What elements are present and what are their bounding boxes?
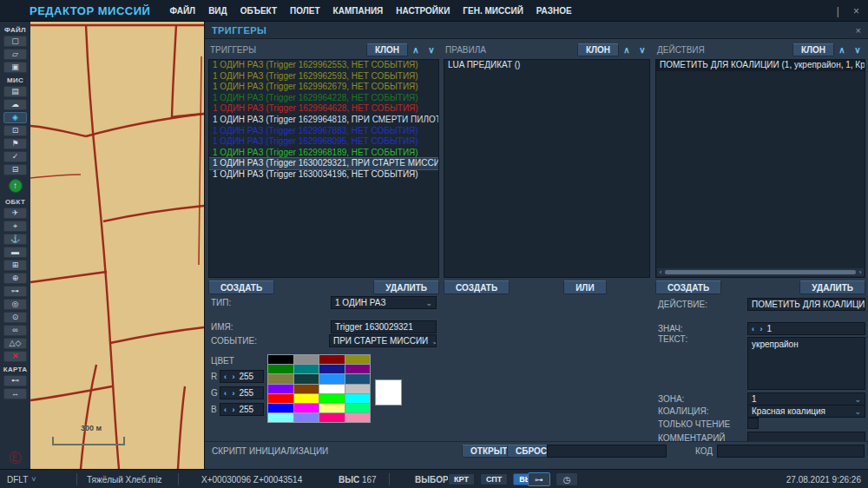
triggers-move-down-icon[interactable]: ∨ [424,45,439,55]
trigger-create-button[interactable]: СОЗДАТЬ [208,280,274,294]
menu-item[interactable]: ПОЛЕТ [290,6,320,16]
color-swatch[interactable] [268,365,293,373]
menu-item[interactable]: ОБЪЕКТ [240,6,277,16]
briefing-icon[interactable]: ▤ [3,86,27,97]
stepper-arrows-icon[interactable]: ‹ › [224,373,237,381]
airplane-icon[interactable]: ✈ [3,208,27,219]
color-swatch[interactable] [345,365,371,373]
color-swatch[interactable] [294,374,319,383]
color-swatch[interactable] [319,404,345,412]
actions-horizontal-scrollbar[interactable]: ‹ › [657,268,864,276]
open-folder-icon[interactable]: ▱ [3,49,27,60]
trigger-list-item[interactable]: 1 ОДИН РАЗ (Trigger 1630034196, НЕТ СОБЫ… [209,169,438,181]
color-swatch[interactable] [319,385,345,393]
actions-list-item[interactable]: ПОМЕТИТЬ ДЛЯ КОАЛИЦИИ (1, укрепрайон, 1,… [656,60,865,71]
blue-stepper[interactable]: ‹ › 255 [220,403,264,416]
rule-or-button[interactable]: ИЛИ [563,280,606,294]
preset-dropdown[interactable]: DFLT ˅ [7,470,36,488]
color-swatch[interactable] [268,394,293,403]
trigger-delete-button[interactable]: УДАЛИТЬ [373,280,439,294]
zone-dropdown[interactable]: 1 ⌄ [747,392,865,406]
point-icon[interactable]: ⊙ [3,312,27,323]
color-swatch[interactable] [345,355,371,364]
color-swatch[interactable] [268,413,293,422]
triggers-clone-button[interactable]: КЛОН [366,43,408,56]
minimize-icon[interactable]: | [837,5,839,17]
ship-icon[interactable]: ⚓ [3,234,27,245]
trigger-list-item[interactable]: 1 ОДИН РАЗ (Trigger 1629964228, НЕТ СОБЫ… [209,93,438,104]
shapes-icon[interactable]: △◇ [3,338,27,349]
action-dropdown[interactable]: ПОМЕТИТЬ ДЛЯ КОАЛИЦИИ ⌄ [747,298,865,311]
menu-item[interactable]: ГЕН. МИССИЙ [463,6,523,16]
action-delete-button[interactable]: УДАЛИТЬ [799,280,865,294]
new-file-icon[interactable]: ▢ [3,36,27,47]
color-swatch[interactable] [345,394,371,403]
trigger-list-item[interactable]: 1 ОДИН РАЗ (Trigger 1629968189, НЕТ СОБЫ… [209,148,438,159]
code-input[interactable] [717,445,865,458]
type-dropdown[interactable]: 1 ОДИН РАЗ ⌄ [331,296,437,309]
trigger-list-item[interactable]: 1 ОДИН РАЗ (Trigger 1629962553, НЕТ СОБЫ… [209,60,438,71]
action-create-button[interactable]: СОЗДАТЬ [655,280,721,294]
color-swatch[interactable] [294,355,319,364]
trigger-list-item[interactable]: 1 ОДИН РАЗ (Trigger 1630029321, ПРИ СТАР… [209,158,438,169]
color-swatch[interactable] [268,404,293,412]
color-swatch[interactable] [345,404,371,412]
trigger-list-item[interactable]: 1 ОДИН РАЗ (Trigger 1629964628, НЕТ СОБЫ… [209,103,438,115]
color-swatch[interactable] [268,385,293,393]
ruler-icon[interactable]: ↔ [3,388,27,399]
vehicle-icon[interactable]: ▬ [3,247,27,258]
map-canvas[interactable]: 300 м [30,22,204,469]
fly-mission-icon[interactable]: ↑ [9,179,23,193]
ed-logo-icon[interactable]: Ⓔ [3,452,27,465]
red-stepper[interactable]: ‹ › 255 [220,370,264,383]
map-mode-крт[interactable]: КРТ [448,473,475,485]
rings-icon[interactable]: ∞ [3,325,27,336]
color-swatch[interactable] [319,374,345,383]
rules-move-up-icon[interactable]: ∧ [619,45,635,55]
rules-clone-button[interactable]: КЛОН [577,43,619,56]
rules-list-item[interactable]: LUA ПРЕДИКАТ () [444,60,649,71]
trigger-list-item[interactable]: 1 ОДИН РАЗ (Trigger 1629968095, НЕТ СОБЫ… [209,136,438,148]
stepper-arrows-icon[interactable]: ‹ › [224,406,237,414]
weather-icon[interactable]: ☁ [3,99,27,110]
group-icon[interactable]: ⊕ [3,273,27,284]
color-swatch[interactable] [319,394,345,403]
validate-icon[interactable]: ✓ [3,151,27,162]
zone-icon[interactable]: ◎ [3,299,27,310]
color-swatch[interactable] [294,404,319,412]
link-units-icon[interactable]: ⊶ [528,472,550,486]
color-swatch[interactable] [268,374,293,383]
static-object-icon[interactable]: ⊞ [3,260,27,271]
scroll-right-icon[interactable]: › [857,268,864,276]
color-swatch[interactable] [294,385,319,393]
menu-item[interactable]: ВИД [208,6,227,16]
action-text-area[interactable]: укрепрайон [747,337,865,390]
actions-move-up-icon[interactable]: ∧ [834,45,850,55]
event-dropdown[interactable]: ПРИ СТАРТЕ МИССИИ ⌄ [329,334,437,347]
green-stepper[interactable]: ‹ › 255 [220,386,264,399]
color-swatch[interactable] [294,413,319,422]
template-icon[interactable]: ⊡ [3,125,27,136]
readonly-checkbox[interactable] [747,418,759,429]
actions-clone-button[interactable]: КЛОН [792,43,834,56]
color-swatch[interactable] [319,355,345,364]
color-swatch[interactable] [345,385,371,393]
color-swatch[interactable] [319,365,345,373]
menu-item[interactable]: КАМПАНИЯ [333,6,384,16]
color-swatch[interactable] [319,413,345,422]
rule-create-button[interactable]: СОЗДАТЬ [444,280,510,294]
panel-close-icon[interactable]: × [856,25,861,36]
color-swatch[interactable] [345,413,371,422]
stepper-arrows-icon[interactable]: ‹ › [224,389,237,398]
triggers-icon[interactable]: ◈ [3,112,27,123]
key-icon[interactable]: ⊷ [3,375,27,386]
trigger-list-item[interactable]: 1 ОДИН РАЗ (Trigger 1629962679, НЕТ СОБЫ… [209,82,438,93]
color-swatch[interactable] [294,394,319,403]
save-icon[interactable]: ▣ [3,62,27,73]
map-mode-спт[interactable]: СПТ [480,473,508,485]
scroll-left-icon[interactable]: ‹ [657,268,664,276]
route-icon[interactable]: ⊶ [3,286,27,297]
stepper-arrows-icon[interactable]: ‹ › [752,325,765,333]
script-path-input[interactable] [547,445,667,458]
actions-move-down-icon[interactable]: ∨ [850,45,865,55]
